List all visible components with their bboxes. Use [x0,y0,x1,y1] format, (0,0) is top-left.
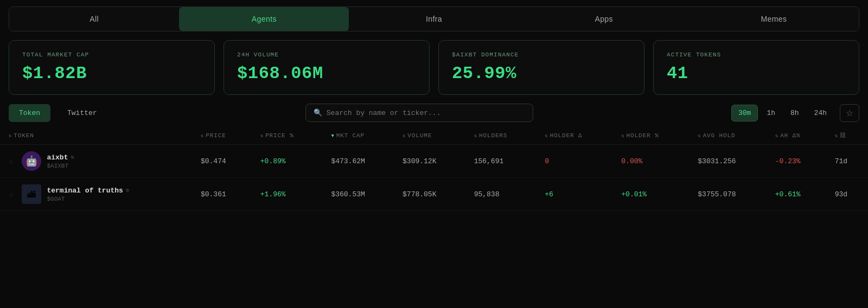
token-ticker-1: $GOAT [47,196,129,202]
cell-holder-delta-1: +6 [536,178,612,211]
col-header-holder-delta[interactable]: ⇅HOLDER Δ [536,126,612,145]
tab-agents[interactable]: Agents [179,7,349,31]
cell-mkt-cap-1: $360.53M [322,178,394,211]
col-header-volume[interactable]: ⇅VOLUME [394,126,465,145]
time-24h-button[interactable]: 24h [808,105,833,121]
favorite-star-0[interactable]: ☆ [9,157,16,166]
stat-total-market-cap-value: $1.82B [22,63,201,84]
col-header-avg-hold[interactable]: ⇅AVG HOLD [689,126,767,145]
col-header-price-pct[interactable]: ⇅PRICE % [252,126,323,145]
token-ticker-0: $AIXBT [47,163,74,169]
time-filters: 30m 1h 8h 24h [731,105,833,121]
favorite-star-1[interactable]: ☆ [9,190,16,199]
cell-holder-delta-0: 0 [536,145,612,178]
col-header-price[interactable]: ⇅PRICE [192,126,252,145]
search-input[interactable] [327,109,525,117]
cell-price-pct-0: +0.89% [252,145,323,178]
search-wrapper: 🔍 [114,104,725,122]
cell-volume-0: $309.12K [394,145,465,178]
time-1h-button[interactable]: 1h [760,105,782,121]
table-row: ☆ 🏙 terminal of truths ⎋ $GOAT $0.361 +1… [0,178,868,211]
nav-tabs: All Agents Infra Apps Memes [0,7,868,31]
cell-holder-pct-1: +0.01% [612,178,689,211]
cell-holder-pct-0: 0.00% [612,145,689,178]
tab-infra[interactable]: Infra [349,7,519,31]
alias-icon: ⎋ [71,154,74,161]
tab-memes[interactable]: Memes [689,7,859,31]
col-header-token[interactable]: ⇅TOKEN [0,126,192,145]
stat-total-market-cap: TOTAL MARKET CAP $1.82B [9,40,215,95]
cell-price-pct-1: +1.96% [252,178,323,211]
filter-token-button[interactable]: Token [9,104,50,122]
filter-bar: Token Twitter 🔍 30m 1h 8h 24h ☆ [9,104,859,122]
cell-token: ☆ 🤖 aixbt ⎋ $AIXBT [0,145,192,178]
cell-ah-delta-1: +0.61% [767,178,826,211]
col-header-holder-pct[interactable]: ⇅HOLDER % [612,126,689,145]
stat-active-tokens-value: 41 [667,63,846,84]
cell-mkt-cap-0: $473.62M [322,145,394,178]
tab-all[interactable]: All [9,7,179,31]
cell-avg-hold-0: $3031.256 [689,145,767,178]
search-icon: 🔍 [314,108,322,117]
time-8h-button[interactable]: 8h [784,105,806,121]
stat-cards: TOTAL MARKET CAP $1.82B 24H VOLUME $168.… [9,40,859,95]
filter-twitter-button[interactable]: Twitter [57,104,107,122]
stat-active-tokens: ACTIVE TOKENS 41 [653,40,859,95]
token-info-1: terminal of truths ⎋ $GOAT [47,187,129,202]
svg-text:🏙: 🏙 [27,190,36,200]
token-name-0: aixbt ⎋ [47,153,74,162]
stat-volume-24h: 24H VOLUME $168.06M [224,40,430,95]
col-header-mkt-cap[interactable]: ▼MKT CAP [322,126,394,145]
col-header-link[interactable]: ⇅⛓ [826,126,868,145]
cell-days-0: 71d [826,145,868,178]
alias-icon: ⎋ [126,187,129,194]
stat-volume-24h-value: $168.06M [237,63,416,84]
cell-token: ☆ 🏙 terminal of truths ⎋ $GOAT [0,178,192,211]
token-name-1: terminal of truths ⎋ [47,187,129,195]
stat-dominance: $AIXBT DOMINANCE 25.99% [438,40,644,95]
favorites-button[interactable]: ☆ [840,104,859,122]
svg-text:🤖: 🤖 [25,155,38,167]
cell-holders-1: 95,838 [465,178,537,211]
stat-total-market-cap-label: TOTAL MARKET CAP [22,52,201,58]
cell-price-1: $0.361 [192,178,252,211]
stat-dominance-label: $AIXBT DOMINANCE [452,52,631,58]
stat-dominance-value: 25.99% [452,63,631,84]
cell-ah-delta-0: -0.23% [767,145,826,178]
token-table-wrapper: ⇅TOKEN ⇅PRICE ⇅PRICE % ▼MKT CAP ⇅VOLUME … [0,126,868,211]
token-avatar-1: 🏙 [22,184,41,204]
table-row: ☆ 🤖 aixbt ⎋ $AIXBT $0.474 +0.89% $473.62… [0,145,868,178]
cell-volume-1: $778.05K [394,178,465,211]
cell-days-1: 93d [826,178,868,211]
cell-holders-0: 156,691 [465,145,537,178]
table-header-row: ⇅TOKEN ⇅PRICE ⇅PRICE % ▼MKT CAP ⇅VOLUME … [0,126,868,145]
time-30m-button[interactable]: 30m [731,105,758,121]
token-table: ⇅TOKEN ⇅PRICE ⇅PRICE % ▼MKT CAP ⇅VOLUME … [0,126,868,211]
cell-price-0: $0.474 [192,145,252,178]
col-header-holders[interactable]: ⇅HOLDERS [465,126,537,145]
token-info-0: aixbt ⎋ $AIXBT [47,153,74,169]
stat-volume-24h-label: 24H VOLUME [237,52,416,58]
stat-active-tokens-label: ACTIVE TOKENS [667,52,846,58]
cell-avg-hold-1: $3755.078 [689,178,767,211]
search-box: 🔍 [305,104,533,122]
col-header-ah-delta[interactable]: ⇅AH Δ% [767,126,826,145]
tab-apps[interactable]: Apps [519,7,689,31]
token-avatar-0: 🤖 [22,151,41,171]
